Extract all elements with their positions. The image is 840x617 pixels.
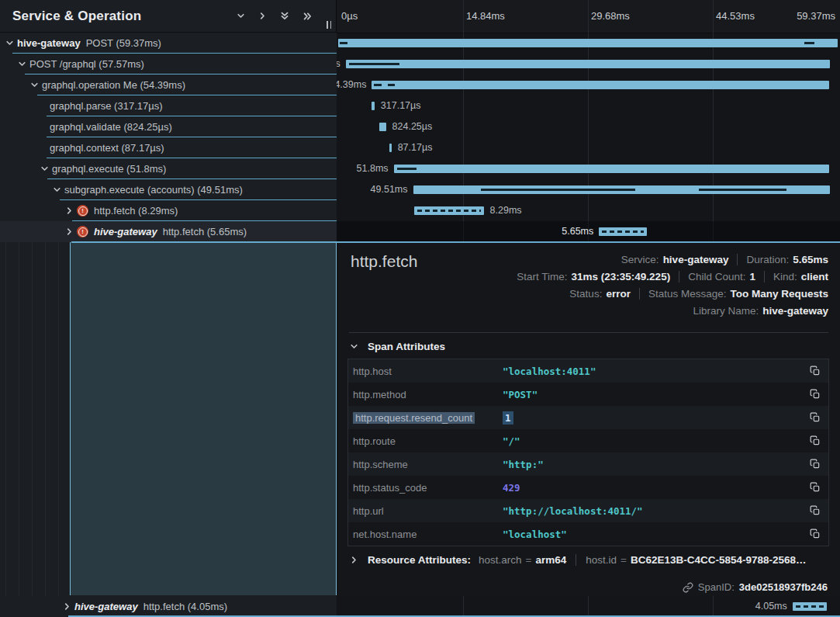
timeline-span-row[interactable]: 4.05ms bbox=[337, 596, 840, 617]
service-name: hive-gateway bbox=[74, 601, 138, 612]
bar-duration-label: 317.17µs bbox=[381, 100, 421, 111]
span-duration-bar[interactable] bbox=[394, 165, 830, 173]
timeline-span-row[interactable]: 824.25µs bbox=[337, 116, 840, 137]
pane-resize-handle[interactable] bbox=[327, 21, 331, 29]
attribute-row[interactable]: http.request.resend_count1 bbox=[348, 406, 828, 429]
span-duration-bar[interactable] bbox=[372, 81, 829, 89]
timeline-span-row[interactable]: 51.8ms bbox=[337, 158, 840, 179]
meta-value: 5.65ms bbox=[793, 254, 828, 265]
copy-icon[interactable] bbox=[808, 434, 822, 448]
collapse-one-icon[interactable] bbox=[237, 12, 245, 20]
resource-attributes-row[interactable]: Resource Attributes: host.arch=arm64host… bbox=[350, 554, 828, 566]
tree-row[interactable]: subgraph.execute (accounts) (49.51ms) bbox=[0, 179, 337, 200]
span-duration-bar[interactable] bbox=[372, 102, 374, 110]
chevron-down-icon[interactable] bbox=[30, 81, 39, 89]
span-duration-bar[interactable] bbox=[389, 144, 392, 152]
detail-meta-row: Library Name:hive-gateway bbox=[517, 302, 828, 319]
chevron-right-icon[interactable] bbox=[65, 227, 74, 236]
resource-separator bbox=[576, 554, 576, 566]
copy-icon[interactable] bbox=[808, 504, 822, 518]
span-duration-bar[interactable] bbox=[413, 185, 830, 194]
trace-viewer: 0µs14.84ms29.68ms44.53ms59.37ms 57.57ms5… bbox=[0, 0, 840, 617]
attribute-key: http.request.resend_count bbox=[348, 412, 503, 424]
tree-row[interactable]: hive-gatewayhttp.fetch (4.05ms) bbox=[0, 596, 337, 617]
attribute-row[interactable]: http.scheme"http:" bbox=[348, 452, 828, 476]
timeline-span-row[interactable]: 49.51ms bbox=[337, 179, 840, 200]
attribute-row[interactable]: http.host"localhost:4011" bbox=[348, 359, 828, 383]
meta-value: 31ms (23:35:49.225) bbox=[572, 271, 671, 283]
timeline-span-row[interactable]: 317.17µs bbox=[337, 95, 840, 116]
span-attributes-header[interactable]: Span Attributes bbox=[350, 341, 445, 352]
error-icon: ! bbox=[77, 205, 88, 217]
service-name: hive-gateway bbox=[17, 37, 81, 49]
expand-all-icon[interactable] bbox=[302, 12, 313, 21]
tree-row[interactable]: graphql.parse (317.17µs) bbox=[0, 95, 337, 116]
selected-row-underline bbox=[71, 241, 840, 243]
child-span-mark bbox=[374, 84, 382, 86]
copy-icon[interactable] bbox=[808, 364, 822, 378]
span-attributes-table: http.host"localhost:4011"http.method"POS… bbox=[347, 359, 829, 546]
resource-value: arm64 bbox=[535, 554, 566, 566]
timeline-span-row[interactable]: 57.57ms bbox=[337, 54, 840, 75]
selected-text: http.request.resend_count bbox=[353, 412, 475, 424]
attribute-row[interactable]: http.url"http://localhost:4011/" bbox=[348, 499, 828, 522]
tree-row[interactable]: POST /graphql (57.57ms) bbox=[0, 54, 337, 75]
service-name: hive-gateway bbox=[94, 226, 157, 237]
tree-row[interactable]: !hive-gatewayhttp.fetch (5.65ms) bbox=[0, 221, 337, 242]
error-icon: ! bbox=[77, 226, 88, 237]
copy-icon[interactable] bbox=[808, 480, 822, 494]
attribute-row[interactable]: net.host.name"localhost" bbox=[348, 522, 828, 546]
tree-row[interactable]: graphql.validate (824.25µs) bbox=[0, 116, 337, 137]
span-duration-bar[interactable] bbox=[338, 39, 838, 47]
span-duration-bar[interactable] bbox=[599, 227, 646, 236]
attribute-key: net.host.name bbox=[348, 529, 503, 540]
tree-row[interactable]: hive-gatewayPOST (59.37ms) bbox=[0, 33, 337, 54]
child-span-mark bbox=[388, 84, 395, 86]
chevron-down-icon[interactable] bbox=[40, 165, 49, 173]
copy-icon[interactable] bbox=[808, 457, 822, 471]
chevron-right-icon[interactable] bbox=[63, 602, 71, 611]
tree-row[interactable]: graphql.operation Me (54.39ms) bbox=[0, 75, 337, 95]
bar-duration-label: 5.65ms bbox=[562, 226, 593, 237]
bar-duration-label: 824.25µs bbox=[392, 121, 433, 132]
copy-icon[interactable] bbox=[808, 387, 822, 401]
attribute-key: http.method bbox=[348, 389, 503, 400]
span-duration-bar[interactable] bbox=[379, 123, 386, 131]
equals-sign: = bbox=[526, 554, 532, 566]
copy-icon[interactable] bbox=[808, 527, 822, 541]
attribute-row[interactable]: http.route"/" bbox=[348, 429, 828, 452]
span-duration-bar[interactable] bbox=[346, 60, 830, 68]
attribute-key: http.host bbox=[348, 366, 503, 377]
copy-icon[interactable] bbox=[808, 411, 822, 425]
chevron-down-icon bbox=[350, 342, 358, 351]
span-duration-bar[interactable] bbox=[793, 602, 827, 611]
timeline-span-row[interactable]: 5.65ms bbox=[337, 221, 840, 242]
timeline-span-row[interactable]: 54.39ms bbox=[337, 75, 840, 95]
span-id-label: SpanID: bbox=[698, 581, 735, 593]
timeline-span-row[interactable]: 8.29ms bbox=[337, 200, 840, 221]
chevron-down-icon[interactable] bbox=[5, 39, 14, 47]
tree-row[interactable]: graphql.context (87.17µs) bbox=[0, 137, 337, 158]
bar-duration-label: 54.39ms bbox=[337, 79, 366, 90]
meta-label: Status Message: bbox=[648, 288, 727, 300]
tree-row[interactable]: graphql.execute (51.8ms) bbox=[0, 158, 337, 179]
timeline-tick: 14.84ms bbox=[466, 10, 505, 22]
attribute-row[interactable]: http.method"POST" bbox=[348, 383, 828, 406]
attribute-row[interactable]: http.status_code429 bbox=[348, 476, 828, 499]
span-id-value: 3de02518937fb246 bbox=[739, 581, 828, 593]
pane-title: Service & Operation bbox=[12, 9, 141, 24]
child-span-mark bbox=[349, 63, 399, 65]
chevron-right-icon[interactable] bbox=[65, 206, 74, 215]
span-duration-bar[interactable] bbox=[414, 206, 484, 215]
collapse-all-icon[interactable] bbox=[280, 11, 289, 21]
tree-row[interactable]: !http.fetch (8.29ms) bbox=[0, 200, 337, 221]
chevron-down-icon[interactable] bbox=[18, 60, 26, 68]
chevron-down-icon[interactable] bbox=[53, 185, 61, 194]
expand-one-icon[interactable] bbox=[258, 12, 267, 20]
meta-label: Status: bbox=[569, 288, 602, 300]
selected-span-expanded-area bbox=[70, 242, 337, 595]
meta-separator bbox=[737, 254, 738, 265]
timeline-span-row[interactable] bbox=[337, 33, 840, 54]
link-icon[interactable] bbox=[683, 582, 693, 593]
timeline-span-row[interactable]: 87.17µs bbox=[337, 137, 840, 158]
